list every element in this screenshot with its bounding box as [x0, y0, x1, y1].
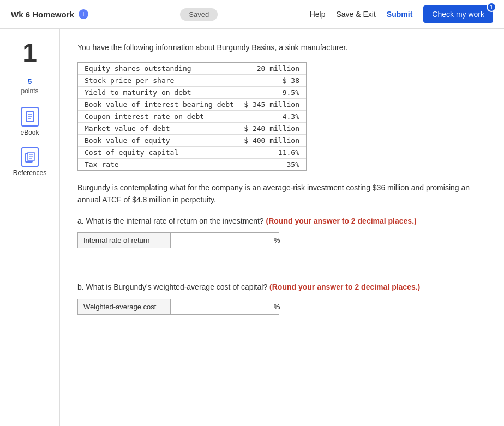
- points-info: 5 points: [21, 77, 38, 96]
- submit-link[interactable]: Submit: [387, 10, 412, 19]
- row-value: $ 345 million: [244, 100, 299, 109]
- info-icon[interactable]: i: [79, 9, 88, 19]
- save-exit-link[interactable]: Save & Exit: [336, 10, 375, 19]
- help-link[interactable]: Help: [310, 10, 326, 19]
- table-row: Cost of equity capital11.6%: [78, 147, 306, 159]
- sidebar: 1 5 points eBook: [0, 29, 60, 426]
- weighted-avg-label: Weighted-average cost: [78, 299, 171, 314]
- row-label: Market value of debt: [85, 124, 170, 133]
- saved-badge: Saved: [180, 8, 218, 21]
- row-value: $ 240 million: [244, 124, 299, 133]
- row-value: 11.6%: [245, 148, 299, 157]
- header-right: Help Save & Exit Submit Check my work 1: [310, 5, 493, 23]
- internal-rate-input[interactable]: [171, 233, 269, 248]
- internal-rate-unit: %: [269, 233, 285, 248]
- points-label: points: [21, 87, 38, 96]
- row-label: Yield to maturity on debt: [85, 88, 191, 97]
- check-badge: 1: [487, 2, 496, 12]
- internal-rate-label: Internal rate of return: [78, 233, 171, 248]
- row-value: 9.5%: [245, 88, 299, 97]
- row-label: Tax rate: [85, 160, 119, 169]
- row-label: Equity shares outstanding: [85, 64, 191, 73]
- data-table: Equity shares outstanding20 millionStock…: [77, 62, 307, 171]
- row-value: $ 400 million: [244, 136, 299, 145]
- content-area: You have the following information about…: [60, 29, 504, 426]
- table-row: Market value of debt$ 240 million: [78, 123, 306, 135]
- intro-text: You have the following information about…: [77, 42, 487, 53]
- main-layout: 1 5 points eBook: [0, 29, 504, 426]
- ebook-button[interactable]: eBook: [20, 107, 39, 136]
- references-button[interactable]: References: [13, 147, 46, 177]
- header-left: Wk 6 Homework i: [11, 9, 88, 19]
- body-text: Burgundy is contemplating what for the c…: [77, 182, 487, 206]
- page-title: Wk 6 Homework: [11, 10, 74, 19]
- question-b-emphasis: (Round your answer to 2 decimal places.): [269, 283, 420, 291]
- references-label: References: [13, 169, 46, 177]
- table-row: Coupon interest rate on debt4.3%: [78, 111, 306, 123]
- weighted-avg-input-row: Weighted-average cost %: [77, 299, 279, 315]
- question-a-emphasis: (Round your answer to 2 decimal places.): [266, 217, 417, 225]
- row-label: Stock price per share: [85, 76, 174, 85]
- row-value: 4.3%: [245, 112, 299, 121]
- row-value: 35%: [245, 160, 299, 169]
- question-b-text: b. What is Burgundy's weighted-average c…: [77, 281, 487, 293]
- check-my-work-button[interactable]: Check my work 1: [423, 5, 493, 23]
- weighted-avg-input[interactable]: [171, 299, 269, 314]
- internal-rate-input-row: Internal rate of return %: [77, 232, 279, 248]
- table-row: Yield to maturity on debt9.5%: [78, 87, 306, 99]
- row-label: Book value of interest-bearing debt: [85, 100, 234, 109]
- table-row: Tax rate35%: [78, 159, 306, 170]
- question-a-text: a. What is the internal rate of return o…: [77, 215, 487, 227]
- table-row: Book value of equity$ 400 million: [78, 135, 306, 147]
- table-row: Stock price per share$ 38: [78, 75, 306, 87]
- points-value: 5: [21, 77, 38, 87]
- row-label: Cost of equity capital: [85, 148, 178, 157]
- ebook-icon: [21, 107, 39, 127]
- ebook-label: eBook: [20, 129, 39, 136]
- row-label: Book value of equity: [85, 136, 170, 145]
- references-icon: [21, 147, 39, 167]
- weighted-avg-unit: %: [269, 299, 285, 314]
- question-number: 1: [22, 40, 37, 66]
- header: Wk 6 Homework i Saved Help Save & Exit S…: [0, 0, 504, 29]
- row-value: 20 million: [245, 64, 299, 73]
- table-row: Equity shares outstanding20 million: [78, 63, 306, 75]
- row-value: $ 38: [245, 76, 299, 85]
- table-row: Book value of interest-bearing debt$ 345…: [78, 99, 306, 111]
- row-label: Coupon interest rate on debt: [85, 112, 204, 121]
